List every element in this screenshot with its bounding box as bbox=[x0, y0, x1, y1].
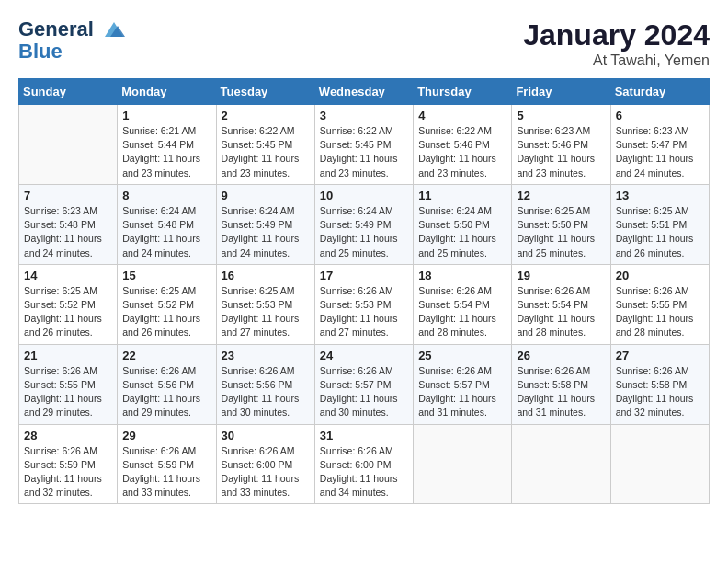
day-info: Sunrise: 6:24 AMSunset: 5:49 PMDaylight:… bbox=[320, 204, 408, 260]
day-info: Sunrise: 6:26 AMSunset: 5:55 PMDaylight:… bbox=[616, 284, 704, 340]
day-number: 24 bbox=[320, 349, 408, 362]
week-row-3: 14Sunrise: 6:25 AMSunset: 5:52 PMDayligh… bbox=[19, 264, 710, 344]
day-cell: 13Sunrise: 6:25 AMSunset: 5:51 PMDayligh… bbox=[610, 184, 709, 264]
day-number: 23 bbox=[222, 349, 310, 362]
day-number: 9 bbox=[222, 189, 310, 202]
header-cell-monday: Monday bbox=[118, 79, 216, 105]
day-number: 22 bbox=[122, 349, 210, 362]
day-cell: 27Sunrise: 6:26 AMSunset: 5:58 PMDayligh… bbox=[610, 344, 709, 424]
day-info: Sunrise: 6:26 AMSunset: 5:56 PMDaylight:… bbox=[122, 364, 210, 420]
week-row-1: 1Sunrise: 6:21 AMSunset: 5:44 PMDaylight… bbox=[19, 105, 710, 185]
main-title: January 2024 bbox=[523, 18, 710, 52]
day-info: Sunrise: 6:26 AMSunset: 5:58 PMDaylight:… bbox=[517, 364, 605, 420]
day-number: 1 bbox=[122, 109, 210, 122]
calendar-table: SundayMondayTuesdayWednesdayThursdayFrid… bbox=[18, 78, 710, 504]
day-cell: 26Sunrise: 6:26 AMSunset: 5:58 PMDayligh… bbox=[512, 344, 610, 424]
day-info: Sunrise: 6:26 AMSunset: 5:57 PMDaylight:… bbox=[320, 364, 408, 420]
day-cell: 18Sunrise: 6:26 AMSunset: 5:54 PMDayligh… bbox=[414, 264, 512, 344]
sub-title: At Tawahi, Yemen bbox=[523, 52, 710, 69]
day-cell: 14Sunrise: 6:25 AMSunset: 5:52 PMDayligh… bbox=[19, 264, 118, 344]
day-number: 6 bbox=[616, 109, 704, 122]
day-number: 15 bbox=[122, 269, 210, 282]
day-info: Sunrise: 6:22 AMSunset: 5:46 PMDaylight:… bbox=[418, 124, 506, 180]
day-cell bbox=[512, 424, 610, 504]
day-info: Sunrise: 6:24 AMSunset: 5:48 PMDaylight:… bbox=[122, 204, 210, 260]
day-info: Sunrise: 6:26 AMSunset: 5:59 PMDaylight:… bbox=[122, 444, 210, 500]
logo: General Blue bbox=[18, 18, 127, 63]
day-cell: 29Sunrise: 6:26 AMSunset: 5:59 PMDayligh… bbox=[118, 424, 216, 504]
day-cell: 28Sunrise: 6:26 AMSunset: 5:59 PMDayligh… bbox=[19, 424, 118, 504]
logo-blue-text: Blue bbox=[18, 40, 127, 63]
day-info: Sunrise: 6:25 AMSunset: 5:52 PMDaylight:… bbox=[24, 284, 112, 340]
day-info: Sunrise: 6:23 AMSunset: 5:48 PMDaylight:… bbox=[24, 204, 112, 260]
day-cell: 24Sunrise: 6:26 AMSunset: 5:57 PMDayligh… bbox=[314, 344, 413, 424]
header-row: SundayMondayTuesdayWednesdayThursdayFrid… bbox=[19, 79, 710, 105]
day-cell: 12Sunrise: 6:25 AMSunset: 5:50 PMDayligh… bbox=[512, 184, 610, 264]
day-cell: 16Sunrise: 6:25 AMSunset: 5:53 PMDayligh… bbox=[216, 264, 314, 344]
day-number: 29 bbox=[122, 429, 210, 442]
day-cell: 15Sunrise: 6:25 AMSunset: 5:52 PMDayligh… bbox=[118, 264, 216, 344]
day-cell: 3Sunrise: 6:22 AMSunset: 5:45 PMDaylight… bbox=[314, 105, 413, 185]
day-number: 31 bbox=[320, 429, 408, 442]
day-info: Sunrise: 6:21 AMSunset: 5:44 PMDaylight:… bbox=[122, 124, 210, 180]
day-info: Sunrise: 6:26 AMSunset: 5:54 PMDaylight:… bbox=[418, 284, 506, 340]
day-number: 17 bbox=[320, 269, 408, 282]
week-row-5: 28Sunrise: 6:26 AMSunset: 5:59 PMDayligh… bbox=[19, 424, 710, 504]
day-number: 4 bbox=[418, 109, 506, 122]
day-cell: 10Sunrise: 6:24 AMSunset: 5:49 PMDayligh… bbox=[314, 184, 413, 264]
day-info: Sunrise: 6:24 AMSunset: 5:49 PMDaylight:… bbox=[222, 204, 310, 260]
day-info: Sunrise: 6:22 AMSunset: 5:45 PMDaylight:… bbox=[222, 124, 310, 180]
day-number: 13 bbox=[616, 189, 704, 202]
day-number: 8 bbox=[122, 189, 210, 202]
header-cell-saturday: Saturday bbox=[610, 79, 709, 105]
day-cell: 25Sunrise: 6:26 AMSunset: 5:57 PMDayligh… bbox=[414, 344, 512, 424]
header-cell-tuesday: Tuesday bbox=[216, 79, 314, 105]
day-number: 2 bbox=[222, 109, 310, 122]
day-number: 16 bbox=[222, 269, 310, 282]
day-cell bbox=[19, 105, 118, 185]
header-cell-friday: Friday bbox=[512, 79, 610, 105]
day-info: Sunrise: 6:26 AMSunset: 5:55 PMDaylight:… bbox=[24, 364, 112, 420]
day-info: Sunrise: 6:25 AMSunset: 5:52 PMDaylight:… bbox=[122, 284, 210, 340]
day-info: Sunrise: 6:23 AMSunset: 5:46 PMDaylight:… bbox=[517, 124, 605, 180]
day-cell: 23Sunrise: 6:26 AMSunset: 5:56 PMDayligh… bbox=[216, 344, 314, 424]
day-info: Sunrise: 6:26 AMSunset: 5:53 PMDaylight:… bbox=[320, 284, 408, 340]
day-number: 21 bbox=[24, 349, 112, 362]
day-number: 10 bbox=[320, 189, 408, 202]
day-number: 28 bbox=[24, 429, 112, 442]
day-cell: 17Sunrise: 6:26 AMSunset: 5:53 PMDayligh… bbox=[314, 264, 413, 344]
day-cell: 11Sunrise: 6:24 AMSunset: 5:50 PMDayligh… bbox=[414, 184, 512, 264]
day-number: 5 bbox=[517, 109, 605, 122]
day-number: 11 bbox=[418, 189, 506, 202]
day-number: 25 bbox=[418, 349, 506, 362]
day-info: Sunrise: 6:25 AMSunset: 5:53 PMDaylight:… bbox=[222, 284, 310, 340]
day-info: Sunrise: 6:26 AMSunset: 6:00 PMDaylight:… bbox=[222, 444, 310, 500]
day-cell: 7Sunrise: 6:23 AMSunset: 5:48 PMDaylight… bbox=[19, 184, 118, 264]
day-info: Sunrise: 6:23 AMSunset: 5:47 PMDaylight:… bbox=[616, 124, 704, 180]
day-info: Sunrise: 6:26 AMSunset: 6:00 PMDaylight:… bbox=[320, 444, 408, 500]
day-info: Sunrise: 6:26 AMSunset: 5:57 PMDaylight:… bbox=[418, 364, 506, 420]
calendar-body: 1Sunrise: 6:21 AMSunset: 5:44 PMDaylight… bbox=[19, 105, 710, 504]
title-section: January 2024 At Tawahi, Yemen bbox=[523, 18, 710, 69]
day-number: 12 bbox=[517, 189, 605, 202]
day-cell: 30Sunrise: 6:26 AMSunset: 6:00 PMDayligh… bbox=[216, 424, 314, 504]
day-info: Sunrise: 6:25 AMSunset: 5:50 PMDaylight:… bbox=[517, 204, 605, 260]
day-info: Sunrise: 6:25 AMSunset: 5:51 PMDaylight:… bbox=[616, 204, 704, 260]
day-number: 7 bbox=[24, 189, 112, 202]
day-cell bbox=[414, 424, 512, 504]
day-info: Sunrise: 6:26 AMSunset: 5:59 PMDaylight:… bbox=[24, 444, 112, 500]
logo-text: General bbox=[18, 18, 127, 40]
header-cell-wednesday: Wednesday bbox=[314, 79, 413, 105]
day-number: 19 bbox=[517, 269, 605, 282]
day-info: Sunrise: 6:26 AMSunset: 5:54 PMDaylight:… bbox=[517, 284, 605, 340]
day-number: 30 bbox=[222, 429, 310, 442]
week-row-2: 7Sunrise: 6:23 AMSunset: 5:48 PMDaylight… bbox=[19, 184, 710, 264]
header-cell-sunday: Sunday bbox=[19, 79, 118, 105]
day-info: Sunrise: 6:26 AMSunset: 5:56 PMDaylight:… bbox=[222, 364, 310, 420]
day-number: 20 bbox=[616, 269, 704, 282]
logo-icon bbox=[101, 20, 127, 40]
day-cell: 31Sunrise: 6:26 AMSunset: 6:00 PMDayligh… bbox=[314, 424, 413, 504]
day-info: Sunrise: 6:26 AMSunset: 5:58 PMDaylight:… bbox=[616, 364, 704, 420]
day-number: 26 bbox=[517, 349, 605, 362]
day-number: 14 bbox=[24, 269, 112, 282]
